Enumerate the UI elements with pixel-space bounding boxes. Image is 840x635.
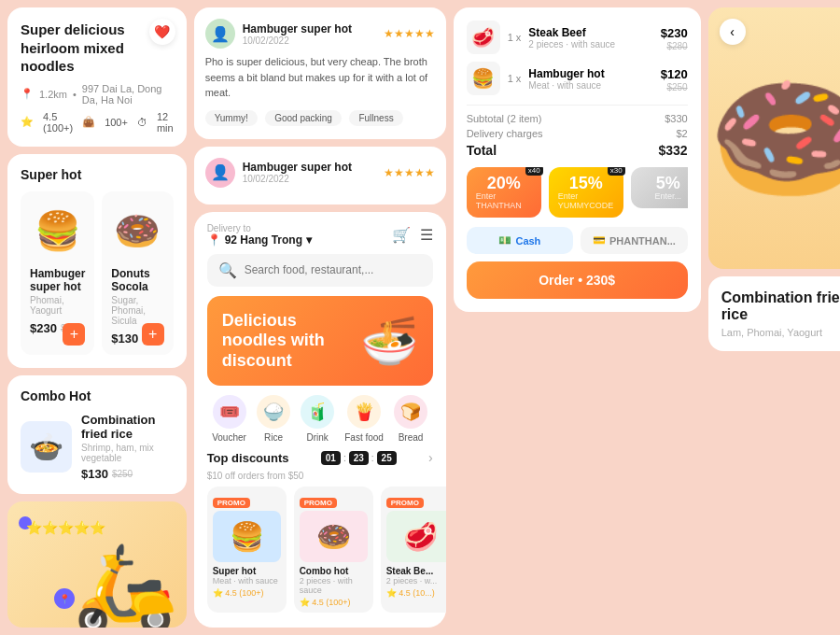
- food-item-donut: 🍩 Donuts Socola Sugar, Phomai, Sicula $1…: [102, 191, 173, 355]
- app-header-icons: 🛒 ☰: [392, 226, 433, 244]
- search-icon: 🔍: [218, 261, 237, 279]
- discount-cards-list: PROMO 🍔 Super hot Meat · with sauce ⭐ 4.…: [194, 487, 446, 613]
- donut-price: $130: [111, 332, 138, 346]
- restaurant-location: 📍 1.2km • 997 Dai La, Dong Da, Ha Noi: [21, 83, 174, 106]
- subtotal-value: $330: [665, 113, 687, 124]
- coupon-section: 20% Enter THANTHAN x40 15% Enter YUMMYCO…: [467, 167, 688, 218]
- promo-badge-2: PROMO: [386, 498, 424, 508]
- combo-price-row: $130 $250: [81, 467, 174, 481]
- total-label: Total: [467, 143, 497, 158]
- order-item-price-1: $120: [661, 67, 688, 81]
- restaurant-meta: ⭐ 4.5 (100+) 👜 100+ ⏱ 12 min: [21, 111, 174, 134]
- pin-icon: 📍: [21, 88, 34, 100]
- tag-yummy: Yummy!: [205, 110, 258, 126]
- total-row: Total $332: [467, 143, 688, 158]
- review-stars: ★★★★★: [384, 27, 435, 40]
- card-payment-button[interactable]: 💳 PHANTHAN...: [581, 227, 688, 254]
- delivery-stars: ⭐⭐⭐⭐⭐: [26, 520, 105, 535]
- coupon-2[interactable]: 5% Enter...: [631, 167, 688, 208]
- order-items-list: 🥩 1 x Steak Beef 2 pieces · with sauce $…: [467, 21, 688, 95]
- reviewer-name: Hambuger super hot: [243, 22, 352, 35]
- delivery-charges-value: $2: [676, 128, 687, 139]
- category-rice-label: Rice: [264, 432, 283, 443]
- count-hours: 01: [321, 451, 341, 465]
- promo-banner[interactable]: Delicious noodles with discount 🍜: [207, 296, 433, 387]
- order-card: 🥩 1 x Steak Beef 2 pieces · with sauce $…: [454, 7, 701, 312]
- order-item-price-0: $230: [661, 26, 688, 40]
- back-button[interactable]: ‹: [720, 19, 746, 45]
- discount-img-2: 🥩: [386, 511, 446, 562]
- order-item-price-col-0: $230 $280: [661, 24, 688, 51]
- discount-desc-0: Meat · with sauce: [213, 576, 281, 586]
- cart-icon[interactable]: 🛒: [392, 226, 411, 244]
- reviewer-info-2: 👤 Hambuger super hot 10/02/2022 ★★★★★: [205, 158, 435, 188]
- delivery-info: Delivery to 📍 92 Hang Trong ▾: [207, 223, 312, 247]
- order-item-img-0: 🥩: [467, 21, 500, 54]
- clock-icon: ⏱: [137, 117, 147, 128]
- discount-item-superhot[interactable]: PROMO 🍔 Super hot Meat · with sauce ⭐ 4.…: [207, 487, 287, 613]
- discounts-more-button[interactable]: ›: [428, 450, 433, 465]
- order-button[interactable]: Order • 230$: [467, 261, 688, 299]
- discount-desc-2: 2 pieces · w...: [386, 576, 446, 586]
- reviewer-details-2: Hambuger super hot 10/02/2022: [243, 161, 352, 184]
- reviewer-info: 👤 Hambuger super hot 10/02/2022 ★★★★★: [205, 19, 435, 49]
- reviewer-date-2: 10/02/2022: [243, 174, 352, 184]
- search-bar[interactable]: 🔍: [207, 254, 433, 287]
- cash-payment-button[interactable]: 💵 Cash: [467, 227, 574, 254]
- category-voucher[interactable]: 🎟️ Voucher: [212, 395, 246, 443]
- delivery-address[interactable]: 📍 92 Hang Trong ▾: [207, 233, 312, 247]
- add-burger-button[interactable]: +: [63, 323, 85, 346]
- bread-icon: 🍞: [394, 395, 427, 429]
- category-voucher-label: Voucher: [212, 432, 246, 443]
- combo-desc: Shrimp, ham, mix vegetable: [81, 443, 174, 463]
- coupon-pct-1: 15%: [569, 175, 603, 191]
- order-item-sub-0: 2 pieces · with sauce: [528, 39, 652, 49]
- order-item-qty-0: 1 x: [508, 32, 522, 43]
- order-item-img-1: 🍔: [467, 62, 500, 95]
- star-icon: ⭐: [21, 116, 34, 128]
- detail-info-card: Combination fried rice Lam, Phomai, Yaog…: [708, 276, 840, 351]
- discount-item-steak[interactable]: PROMO 🥩 Steak Be... 2 pieces · w... ⭐ 4.…: [381, 487, 446, 613]
- promo-badge-0: PROMO: [213, 498, 250, 508]
- tag-fullness: Fullness: [349, 110, 402, 126]
- combo-name: Combination fried rice: [81, 413, 174, 441]
- bag-icon: 👜: [82, 116, 95, 128]
- discount-item-combo[interactable]: PROMO 🍩 Combo hot 2 pieces · with sauce …: [294, 487, 373, 613]
- category-fastfood[interactable]: 🍟 Fast food: [344, 395, 384, 443]
- order-item-price-col-1: $120 $250: [661, 65, 688, 92]
- burger-name: Hambuger super hot: [30, 267, 85, 293]
- category-fastfood-label: Fast food: [344, 432, 384, 443]
- food-categories: 🎟️ Voucher 🍚 Rice 🧃 Drink 🍟 Fast food 🍞 …: [194, 395, 446, 450]
- donut-image: 🍩: [111, 201, 163, 261]
- banner-image: 🍜: [360, 314, 418, 368]
- cash-label: Cash: [515, 235, 540, 247]
- super-hot-section: Super hot 🍔 Hambuger super hot Phomai, Y…: [7, 154, 187, 368]
- coupon-code-2: Enter...: [654, 191, 681, 201]
- menu-icon[interactable]: ☰: [420, 226, 433, 244]
- add-donut-button[interactable]: +: [142, 323, 164, 346]
- discount-name-1: Combo hot: [300, 566, 368, 576]
- coupon-code-1: Enter YUMMYCODE: [558, 191, 614, 210]
- category-rice[interactable]: 🍚 Rice: [257, 395, 290, 443]
- discount-img-0: 🍔: [213, 511, 281, 562]
- hot-items-grid: 🍔 Hambuger super hot Phomai, Yaogurt $23…: [21, 191, 174, 355]
- reviewer-avatar-2: 👤: [205, 158, 235, 188]
- burger-image: 🍔: [30, 201, 85, 261]
- item-detail-image: 🍩: [708, 62, 840, 216]
- reviewer-name-2: Hambuger super hot: [243, 161, 352, 174]
- favorite-button[interactable]: ❤️: [149, 19, 175, 45]
- coupon-badge-1: x30: [608, 167, 625, 176]
- category-drink[interactable]: 🧃 Drink: [301, 395, 334, 443]
- category-bread[interactable]: 🍞 Bread: [394, 395, 427, 443]
- delivery-person-card: ⭐⭐⭐⭐⭐ 🛵 📍: [7, 501, 187, 628]
- coupon-badge-0: x40: [525, 167, 543, 176]
- coupon-pct-2: 5%: [656, 175, 680, 191]
- combo-price: $130: [81, 467, 108, 481]
- order-item-old-0: $280: [661, 41, 688, 51]
- location-icon: 📍: [207, 233, 221, 247]
- discount-desc-1: 2 pieces · with sauce: [300, 576, 368, 595]
- detail-top-image: ‹ 🍩: [708, 7, 840, 269]
- payment-buttons: 💵 Cash 💳 PHANTHAN...: [467, 227, 688, 254]
- review-tags: Yummy! Good packing Fullness: [205, 108, 435, 128]
- search-input[interactable]: [245, 263, 422, 276]
